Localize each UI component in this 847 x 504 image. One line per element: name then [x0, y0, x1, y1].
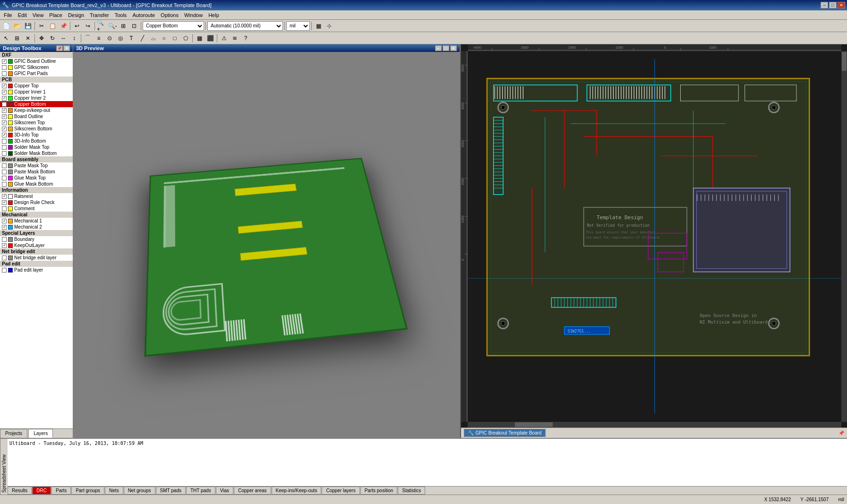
layer-checkbox-silkscreen-bottom[interactable]	[2, 127, 7, 131]
snap-button[interactable]: ⊹	[324, 21, 334, 31]
layer-checkbox-3d-top[interactable]	[2, 133, 7, 137]
bottom-scroll-thumb[interactable]	[515, 422, 553, 427]
layer-gpic-part-pads[interactable]: GPIC Part Pads	[0, 70, 73, 77]
layer-paste-mask-bottom[interactable]: Paste Mask Bottom	[0, 169, 73, 175]
menu-options[interactable]: Options	[158, 12, 181, 18]
via-button[interactable]: ◎	[115, 33, 126, 43]
tab-drc[interactable]: DRC	[32, 487, 51, 495]
spreadsheet-view-tab[interactable]: Spreadsheet View	[0, 439, 8, 495]
redo-button[interactable]: ↪	[83, 21, 93, 31]
layer-checkbox-copper-inner1[interactable]	[2, 90, 7, 94]
menu-help[interactable]: Help	[205, 12, 222, 18]
deselect-button[interactable]: ✕	[23, 33, 33, 43]
menu-file[interactable]: File	[1, 12, 15, 18]
zoom-out-button[interactable]: 🔍-	[107, 21, 118, 31]
copy-button[interactable]: 📋	[47, 21, 58, 31]
layer-checkbox-pad-edit[interactable]	[2, 268, 7, 273]
layer-solder-mask-top[interactable]: Solder Mask Top	[0, 144, 73, 150]
board-tab-pin[interactable]: 📌	[838, 430, 844, 436]
layer-checkbox-copper-inner2[interactable]	[2, 96, 7, 101]
layer-checkbox-solder-top[interactable]	[2, 145, 7, 150]
grid-button[interactable]: ▦	[313, 21, 324, 31]
line-button[interactable]: ╱	[137, 33, 147, 43]
layer-checkbox-comment[interactable]	[2, 206, 7, 211]
new-button[interactable]: 📄	[1, 21, 11, 31]
layer-drc[interactable]: Design Rule Check	[0, 199, 73, 205]
menu-transfer[interactable]: Transfer	[87, 12, 112, 18]
pcb-main-canvas[interactable]: Template Design Not Verified for product…	[468, 51, 842, 422]
cut-button[interactable]: ✂	[36, 21, 47, 31]
minimize-button[interactable]: −	[821, 2, 828, 9]
tab-vias[interactable]: Vias	[216, 487, 233, 495]
help-button[interactable]: ?	[240, 33, 251, 43]
menu-window[interactable]: Window	[181, 12, 205, 18]
layer-checkbox-silkscreen-top[interactable]	[2, 120, 7, 125]
layer-mechanical1[interactable]: Mechanical 1	[0, 218, 73, 224]
close-button[interactable]: ✕	[838, 2, 845, 9]
zoom-selection-button[interactable]: ⊡	[129, 21, 139, 31]
tab-copper-layers[interactable]: Copper layers	[322, 487, 359, 495]
layer-paste-mask-top[interactable]: Paste Mask Top	[0, 162, 73, 169]
tab-parts-position[interactable]: Parts position	[360, 487, 398, 495]
netlist-button[interactable]: ≋	[230, 33, 240, 43]
zoom-in-button[interactable]: 🔍+	[96, 21, 107, 31]
menu-place[interactable]: Place	[46, 12, 65, 18]
right-scrollbar[interactable]	[841, 51, 847, 422]
preview-minimize-btn[interactable]: −	[435, 45, 442, 51]
tab-tht-pads[interactable]: THT pads	[186, 487, 215, 495]
save-button[interactable]: 💾	[23, 21, 33, 31]
maximize-button[interactable]: □	[829, 2, 837, 9]
preview-close-btn[interactable]: ✕	[450, 45, 457, 51]
tab-layers[interactable]: Layers	[28, 429, 53, 438]
layer-checkbox-mech1[interactable]	[2, 219, 7, 223]
tab-smt-pads[interactable]: SMT pads	[156, 487, 186, 495]
rotate-button[interactable]: ↻	[47, 33, 58, 43]
layer-select[interactable]: Copper Bottom Copper Top Copper Inner 1 …	[143, 21, 204, 31]
toolbox-close-button[interactable]: ✕	[63, 45, 70, 51]
menu-view[interactable]: View	[30, 12, 47, 18]
text-button[interactable]: T	[126, 33, 137, 43]
layer-checkbox-ratsnest[interactable]	[2, 194, 7, 199]
route-bus-button[interactable]: ≡	[94, 33, 104, 43]
layer-ratsnest[interactable]: Ratsnest	[0, 193, 73, 199]
move-button[interactable]: ✥	[36, 33, 47, 43]
zoom-level-select[interactable]: Automatic (10.0000 mil)	[207, 21, 283, 31]
layer-gpic-silkscreen[interactable]: GPIC Silkscreen	[0, 64, 73, 70]
layer-solder-mask-bottom[interactable]: Solder Mask Bottom	[0, 150, 73, 156]
select-button[interactable]: ↖	[1, 33, 11, 43]
layer-checkbox-mech2[interactable]	[2, 225, 7, 230]
layer-boundary[interactable]: Boundary	[0, 236, 73, 242]
layer-keepin-keepout[interactable]: Keep-in/keep-out	[0, 107, 73, 113]
layer-checkbox-drc[interactable]	[2, 200, 7, 205]
polygon-button[interactable]: ⬠	[180, 33, 191, 43]
pour-button[interactable]: ⬛	[205, 33, 215, 43]
layer-checkbox-glue-top[interactable]	[2, 176, 7, 180]
layer-3d-info-top[interactable]: 3D-Info Top	[0, 132, 73, 138]
layer-checkbox-paste-top[interactable]	[2, 163, 7, 168]
layer-keepout[interactable]: KeepOutLayer	[0, 242, 73, 248]
layer-checkbox-silkscreen[interactable]	[2, 65, 7, 70]
layer-checkbox-board-outline2[interactable]	[2, 114, 7, 119]
layer-3d-info-bottom[interactable]: 3D-Info Bottom	[0, 138, 73, 144]
layer-checkbox-part-pads[interactable]	[2, 71, 7, 76]
pad-button[interactable]: ⊙	[104, 33, 115, 43]
open-button[interactable]: 📂	[12, 21, 22, 31]
layer-comment[interactable]: Comment	[0, 205, 73, 212]
layer-checkbox-solder-bottom[interactable]	[2, 151, 7, 156]
route-button[interactable]: ⌒	[83, 33, 93, 43]
layer-pad-edit[interactable]: Pad edit layer	[0, 267, 73, 273]
undo-button[interactable]: ↩	[72, 21, 82, 31]
tab-projects[interactable]: Projects	[0, 429, 27, 438]
rect-button[interactable]: □	[170, 33, 180, 43]
mirror-button[interactable]: ↔	[58, 33, 68, 43]
tab-statistics[interactable]: Statistics	[398, 487, 425, 495]
layer-silkscreen-bottom[interactable]: Silkscreen Bottom	[0, 126, 73, 132]
layer-checkbox-boundary[interactable]	[2, 237, 7, 242]
select-all-button[interactable]: ⊞	[12, 33, 22, 43]
layer-copper-bottom[interactable]: Copper Bottom	[0, 101, 73, 107]
layer-checkbox-3d-bottom[interactable]	[2, 139, 7, 144]
menu-autoroute[interactable]: Autoroute	[129, 12, 158, 18]
layer-net-bridge[interactable]: Net bridge edit layer	[0, 255, 73, 261]
paste-button[interactable]: 📌	[58, 21, 68, 31]
unit-select[interactable]: mil mm	[286, 21, 310, 31]
